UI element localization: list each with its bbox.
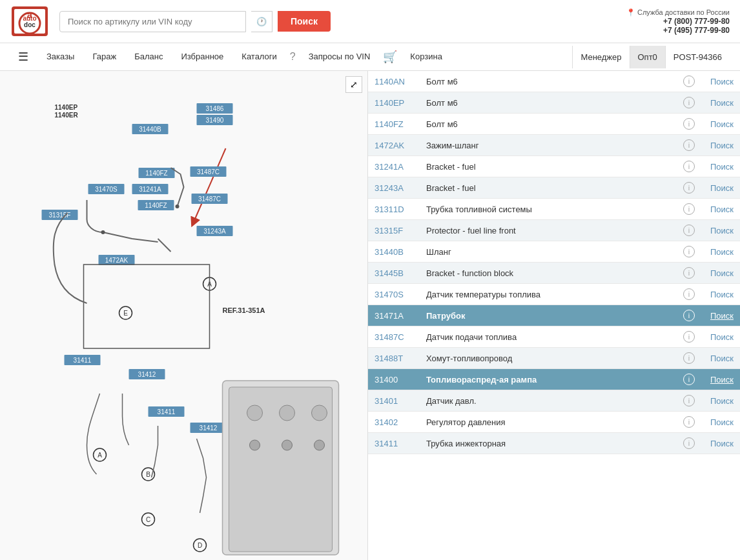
info-button[interactable]: i [683,352,695,364]
opt-btn[interactable]: Опт0 [630,46,665,68]
post-btn[interactable]: POST-94366 [665,46,730,68]
search-button[interactable]: Поиск [278,11,331,32]
search-link[interactable]: Поиск [710,417,734,427]
info-cell: i [677,114,701,135]
table-row[interactable]: 31471AПатрубокiПоиск [368,305,740,326]
hamburger-menu[interactable]: ☰ [10,43,36,70]
search-link[interactable]: Поиск [710,205,734,214]
search-input[interactable] [59,11,246,32]
table-row[interactable]: 31411Трубка инжекторнаяiПоиск [368,433,740,454]
table-row[interactable]: 31243ABracket - fueliПоиск [368,177,740,199]
nav-balance[interactable]: Баланс [127,45,170,69]
nav-catalogs[interactable]: Каталоги [234,45,285,69]
table-row[interactable]: 31440BШлангiПоиск [368,241,740,263]
table-row[interactable]: 31470SДатчик температуры топливаiПоиск [368,284,740,305]
search-link[interactable]: Поиск [710,396,734,406]
part-code: 1140EP [368,92,420,114]
search-link[interactable]: Поиск [710,141,734,150]
svg-point-62 [250,440,260,450]
info-cell: i [677,199,701,220]
svg-text:31412: 31412 [200,425,218,432]
search-link[interactable]: Поиск [710,162,734,172]
info-button[interactable]: i [683,310,695,321]
search-link[interactable]: Поиск [710,311,734,321]
search-link[interactable]: Поиск [710,354,734,363]
info-button[interactable]: i [683,246,695,257]
part-name: Bracket - function block [420,263,677,284]
search-link[interactable]: Поиск [710,439,734,448]
table-row[interactable]: 31311DТрубка топливной системыiПоиск [368,199,740,220]
part-code: 31241A [368,156,420,177]
manager-btn[interactable]: Менеджер [572,46,629,68]
info-cell: i [677,241,701,263]
nav-garage[interactable]: Гараж [85,45,124,69]
phone2: +7 (495) 777-99-80 [626,26,730,35]
table-row[interactable]: 31445BBracket - function blockiПоиск [368,263,740,284]
part-code: 1140AN [368,71,420,92]
search-area: 🕐 Поиск [59,11,331,32]
table-row[interactable]: 1472AKЗажим-шлангiПоиск [368,135,740,156]
svg-point-64 [314,440,325,450]
table-row[interactable]: 31241ABracket - fueliПоиск [368,156,740,177]
clock-icon[interactable]: 🕐 [251,11,272,32]
svg-point-55 [101,230,105,234]
info-button[interactable]: i [683,161,695,172]
nav-favorites[interactable]: Избранное [173,45,231,69]
info-button[interactable]: i [683,139,695,151]
info-button[interactable]: i [683,416,695,428]
search-link[interactable]: Поиск [710,226,734,235]
info-cell: i [677,326,701,348]
part-name: Protector - fuel line front [420,220,677,241]
info-button[interactable]: i [683,395,695,406]
table-row[interactable]: 1140FZБолт м6iПоиск [368,114,740,135]
table-row[interactable]: 31487CДатчик подачи топливаiПоиск [368,326,740,348]
search-cell: Поиск [701,177,740,199]
info-button[interactable]: i [683,288,695,300]
diagram-panel: ⤢ 1140EP 1140ER 31486 31490 31440B 1140F… [0,71,368,560]
part-code: 31400 [368,369,420,390]
info-button[interactable]: i [683,225,695,236]
table-row[interactable]: 1140ANБолт м6iПоиск [368,71,740,92]
info-cell: i [677,177,701,199]
info-button[interactable]: i [683,437,695,449]
search-link[interactable]: Поиск [710,183,734,193]
nav-cart[interactable]: Корзина [402,45,450,69]
table-row[interactable]: 31402Регулятор давленияiПоиск [368,412,740,433]
info-button[interactable]: i [683,331,695,343]
info-cell: i [677,71,701,92]
info-button[interactable]: i [683,75,695,87]
svg-text:D: D [198,542,202,549]
search-link[interactable]: Поиск [710,247,734,257]
search-link[interactable]: Поиск [710,268,734,278]
nav-orders[interactable]: Заказы [39,45,82,69]
svg-text:31440B: 31440B [139,126,161,133]
part-name: Регулятор давления [420,412,677,433]
search-link[interactable]: Поиск [710,332,734,342]
info-button[interactable]: i [683,203,695,215]
info-cell: i [677,263,701,284]
search-cell: Поиск [701,114,740,135]
info-button[interactable]: i [683,118,695,130]
info-button[interactable]: i [683,374,695,385]
search-cell: Поиск [701,156,740,177]
search-link[interactable]: Поиск [710,290,734,299]
search-link[interactable]: Поиск [710,98,734,108]
search-link[interactable]: Поиск [710,375,734,385]
table-row[interactable]: 31488TХомут-топливопроводiПоиск [368,348,740,369]
svg-text:C: C [146,516,150,523]
part-name: Зажим-шланг [420,135,677,156]
info-button[interactable]: i [683,182,695,194]
table-row[interactable]: 31401Датчик давл.iПоиск [368,390,740,412]
search-link[interactable]: Поиск [710,77,734,86]
table-row[interactable]: 1140EPБолт м6iПоиск [368,92,740,114]
part-name: Bracket - fuel [420,156,677,177]
table-row[interactable]: 31400Топливораспред-ая рампаiПоиск [368,369,740,390]
search-link[interactable]: Поиск [710,119,734,129]
part-name: Хомут-топливопровод [420,348,677,369]
info-button[interactable]: i [683,267,695,279]
part-name: Датчик подачи топлива [420,326,677,348]
table-row[interactable]: 31315FProtector - fuel line frontiПоиск [368,220,740,241]
nav-vin[interactable]: Запросы по VIN [301,45,378,69]
info-button[interactable]: i [683,97,695,108]
expand-button[interactable]: ⤢ [345,76,362,93]
